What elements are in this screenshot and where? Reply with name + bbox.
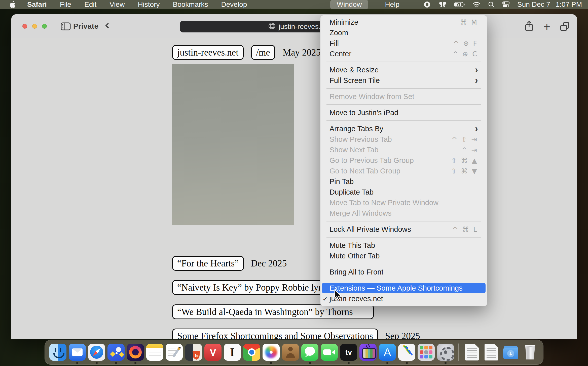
menu-separator bbox=[326, 120, 481, 121]
dock-system-settings-icon[interactable] bbox=[437, 344, 454, 361]
menubar-clock[interactable]: Sun Dec 7 1:07 PM bbox=[517, 1, 582, 9]
menubar-item-safari[interactable]: Safari bbox=[21, 0, 53, 9]
checkmark-icon: ✓ bbox=[322, 295, 329, 303]
dock-photos-icon[interactable] bbox=[263, 344, 280, 361]
menu-item-arrange-tabs-by[interactable]: Arrange Tabs By› bbox=[322, 123, 486, 134]
post-link[interactable]: “For the Hearts” bbox=[172, 256, 244, 271]
dock-notes-icon[interactable] bbox=[146, 344, 163, 361]
menu-separator bbox=[326, 88, 481, 89]
dock-messages-icon[interactable] bbox=[301, 344, 318, 361]
nav-link-home[interactable]: justin-reeves.net bbox=[172, 45, 244, 60]
menubar-item-edit[interactable]: Edit bbox=[78, 0, 103, 9]
dock-html5-web-app-icon[interactable] bbox=[185, 344, 202, 361]
window-menu-dropdown: Minimize⌘ M Zoom Fill^ ⊕ F Center^ ⊕ C M… bbox=[320, 15, 487, 306]
submenu-chevron-icon: › bbox=[475, 125, 478, 132]
post-row: “For the Hearts” Dec 2025 bbox=[172, 256, 287, 271]
menu-item-full-screen-tile[interactable]: Full Screen Tile› bbox=[322, 75, 486, 86]
share-icon[interactable] bbox=[525, 21, 533, 32]
running-indicator bbox=[309, 362, 311, 364]
menu-item-mute-this-tab[interactable]: Mute This Tab bbox=[322, 240, 486, 251]
menu-item-move-resize[interactable]: Move & Resize› bbox=[322, 65, 486, 75]
post-link[interactable]: Some Firefox Shortcomings and Some Obser… bbox=[172, 329, 378, 339]
dock-finder-icon[interactable] bbox=[49, 344, 66, 361]
dock-app-grid-icon[interactable] bbox=[418, 344, 435, 361]
menu-item-go-next-tab-group: Go to Next Tab Group⇧ ⌘ ▼ bbox=[322, 166, 486, 176]
post-date: Dec 2025 bbox=[251, 258, 287, 269]
menubar-item-window[interactable]: Window bbox=[330, 0, 369, 9]
menu-item-show-previous-tab: Show Previous Tab^ ⇧ ⇥ bbox=[322, 134, 486, 145]
running-indicator bbox=[348, 362, 350, 364]
menu-item-mute-other-tab[interactable]: Mute Other Tab bbox=[322, 251, 486, 261]
menu-item-minimize[interactable]: Minimize⌘ M bbox=[322, 17, 486, 27]
nav-link-me[interactable]: /me bbox=[251, 45, 275, 60]
menu-separator bbox=[326, 264, 481, 264]
dock-downloads-folder-icon[interactable] bbox=[502, 344, 519, 361]
safari-window: Private justin-reeves.n + justin-reeves.… bbox=[11, 14, 577, 339]
menu-item-extensions-window[interactable]: Extensions — Some Apple Shortcomings bbox=[322, 283, 486, 293]
menu-item-center[interactable]: Center^ ⊕ C bbox=[322, 49, 486, 59]
menu-item-zoom[interactable]: Zoom bbox=[322, 27, 486, 38]
menubar-item-history[interactable]: History bbox=[131, 0, 166, 9]
hero-image bbox=[172, 64, 294, 225]
url-text: justin-reeves.n bbox=[279, 23, 324, 31]
menu-item-lock-all-private-windows[interactable]: Lock All Private Windows^ ⌘ L bbox=[322, 224, 486, 235]
post-date: Sep 2025 bbox=[385, 331, 420, 339]
battery-charging-icon[interactable] bbox=[454, 2, 465, 7]
tab-overview-icon[interactable] bbox=[560, 22, 569, 31]
dock-trash-icon[interactable] bbox=[522, 344, 539, 361]
new-tab-icon[interactable]: + bbox=[543, 22, 550, 32]
dock-sky-satellite-icon[interactable] bbox=[107, 344, 125, 361]
toolbar-right-actions: + bbox=[525, 21, 569, 32]
menubar-item-help[interactable]: Help bbox=[378, 0, 406, 9]
dock-app-store-icon[interactable] bbox=[379, 344, 396, 361]
menu-separator bbox=[326, 221, 481, 221]
menubar-item-view[interactable]: View bbox=[103, 0, 131, 9]
control-center-icon[interactable] bbox=[502, 1, 510, 8]
menu-item-merge-all-windows: Merge All Windows bbox=[322, 208, 486, 218]
dock-safari-icon[interactable] bbox=[88, 344, 105, 361]
dock-separator bbox=[458, 343, 459, 361]
menu-item-duplicate-tab[interactable]: Duplicate Tab bbox=[322, 187, 486, 197]
running-indicator bbox=[270, 362, 272, 364]
fullscreen-window-button[interactable] bbox=[42, 24, 47, 29]
dock-firefox-icon[interactable] bbox=[127, 344, 144, 361]
apple-logo-icon[interactable] bbox=[9, 0, 17, 9]
dock-document-1-icon[interactable] bbox=[465, 344, 479, 360]
dock-retro-tv-icon[interactable] bbox=[359, 344, 377, 361]
menu-separator bbox=[326, 280, 481, 280]
menu-item-pin-tab[interactable]: Pin Tab bbox=[322, 176, 486, 187]
search-icon[interactable] bbox=[488, 1, 495, 8]
menu-item-move-to-ipad[interactable]: Move to Justin’s iPad bbox=[322, 107, 486, 118]
menubar-item-bookmarks[interactable]: Bookmarks bbox=[166, 0, 215, 9]
menu-item-bring-all-to-front[interactable]: Bring All to Front bbox=[322, 267, 486, 277]
record-indicator-icon[interactable] bbox=[424, 1, 431, 8]
close-window-button[interactable] bbox=[22, 24, 27, 29]
menu-bar-left: Safari File Edit View History Bookmarks … bbox=[6, 0, 253, 9]
menu-item-fill[interactable]: Fill^ ⊕ F bbox=[322, 38, 486, 49]
post-link[interactable]: “Naivety Is Key” by Poppy Robbie lyrics bbox=[172, 280, 337, 295]
menu-item-current-window[interactable]: ✓justin-reeves.net bbox=[322, 293, 486, 304]
menubar-item-develop[interactable]: Develop bbox=[215, 0, 254, 9]
menu-item-move-tab-new-private-window: Move Tab to New Private Window bbox=[322, 197, 486, 208]
dock-textedit-icon[interactable] bbox=[166, 344, 183, 361]
menubar-date: Sun Dec 7 bbox=[517, 1, 550, 9]
mouse-cursor bbox=[333, 289, 343, 302]
dock-contacts-icon[interactable] bbox=[282, 344, 299, 361]
minimize-window-button[interactable] bbox=[32, 24, 37, 29]
back-chevron-icon[interactable] bbox=[104, 23, 111, 30]
post-link[interactable]: “We Build al-Qaeda in Washington” by Tho… bbox=[172, 304, 374, 319]
sidebar-toggle-icon[interactable] bbox=[61, 22, 71, 31]
dock-passwords-icon[interactable] bbox=[398, 344, 415, 361]
dock-chrome-icon[interactable] bbox=[243, 344, 260, 361]
dock-document-2-icon[interactable] bbox=[485, 344, 498, 360]
dock-instapaper-icon[interactable] bbox=[224, 344, 241, 361]
post-row: “We Build al-Qaeda in Washington” by Tho… bbox=[172, 304, 381, 319]
airpods-icon[interactable] bbox=[438, 1, 447, 8]
dock-mail-icon[interactable] bbox=[69, 344, 86, 361]
dock-apple-tv-icon[interactable] bbox=[340, 344, 357, 361]
menu-separator bbox=[326, 104, 481, 105]
dock-vivaldi-icon[interactable] bbox=[204, 344, 222, 361]
wifi-icon[interactable] bbox=[472, 2, 481, 8]
menubar-item-file[interactable]: File bbox=[53, 0, 78, 9]
dock-facetime-icon[interactable] bbox=[321, 344, 338, 361]
